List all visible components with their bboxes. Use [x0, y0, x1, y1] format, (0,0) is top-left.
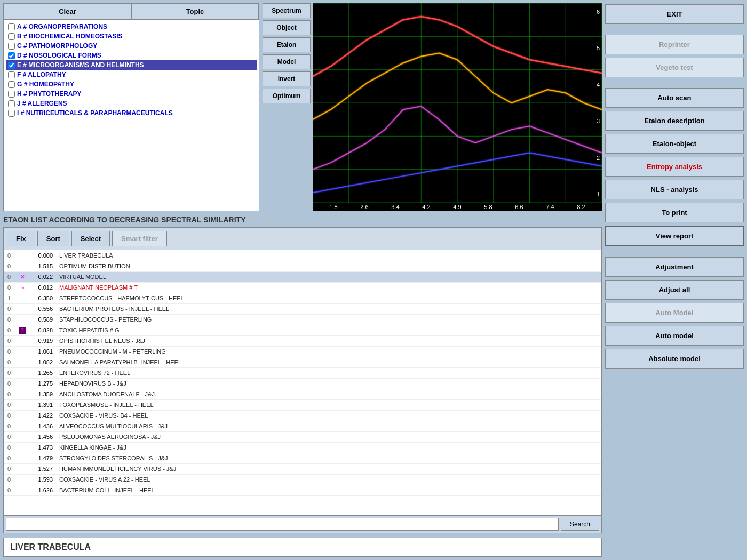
- table-row[interactable]: 01.265ENTEROVIRUS 72 - HEEL: [4, 367, 601, 378]
- topic-label-b: B # BIOCHEMICAL HOMEOSTASIS: [17, 33, 123, 40]
- topic-toolbar: Clear Topic: [4, 4, 259, 20]
- auto-model-label: Auto Model: [605, 303, 744, 323]
- table-row[interactable]: 01.593COXSACKIE - VIRUS A 22 - HEEL: [4, 474, 601, 485]
- table-row[interactable]: 01.391TOXOPLASMOSE - INJEEL - HEEL: [4, 399, 601, 410]
- etalon-object-button[interactable]: Etalon-object: [605, 134, 744, 154]
- topic-item-h[interactable]: H # PHYTOTHERAPY: [6, 89, 257, 99]
- topic-checkbox-j[interactable]: [8, 100, 15, 107]
- topic-item-f[interactable]: F # ALLOPATHY: [6, 70, 257, 79]
- table-row[interactable]: 00.000LIVER TRABECULA: [4, 250, 601, 261]
- topic-label-i: I # NUTRICEUTICALS & PARAPHARMACEUTICALS: [17, 109, 173, 117]
- table-row[interactable]: 01.479STRONGYLOIDES STERCORALIS - J&J: [4, 453, 601, 463]
- etaon-toolbar: Fix Sort Select Smart filter: [4, 228, 601, 250]
- reprinter-button[interactable]: Reprinter: [605, 35, 744, 54]
- topic-label-a: A # ORGANOPREPARATIONS: [17, 23, 107, 30]
- etaon-panel: Fix Sort Select Smart filter 00.000LIVER…: [3, 227, 602, 533]
- adjust-all-button[interactable]: Adjust all: [605, 280, 744, 300]
- spectrum-controls: Spectrum Object Etalon Model Invert Opti…: [263, 3, 311, 211]
- table-row[interactable]: 01.473KINGELLA KINGAE - J&J: [4, 442, 601, 453]
- fix-button[interactable]: Fix: [7, 231, 35, 246]
- topic-label-f: F # ALLOPATHY: [17, 71, 66, 78]
- topic-checkbox-h[interactable]: [8, 91, 15, 98]
- topic-checkbox-a[interactable]: [8, 23, 15, 30]
- table-row[interactable]: 0✕0.022VIRTUAL MODEL: [4, 271, 601, 282]
- search-button[interactable]: Search: [561, 518, 599, 531]
- topic-item-e[interactable]: E # MICROORGANISMS AND HELMINTHS: [6, 60, 257, 70]
- topic-checkbox-g[interactable]: [8, 81, 15, 88]
- topic-item-g[interactable]: G # HOMEOPATHY: [6, 79, 257, 89]
- right-sidebar: EXIT Reprinter Vegeto test Auto scan Eta…: [605, 3, 744, 557]
- topic-label-c: C # PATHOMORPHOLOGY: [17, 42, 97, 50]
- topic-checkbox-b[interactable]: [8, 33, 15, 40]
- table-row[interactable]: 00.589STAPHILOCOCCUS - PETERLING: [4, 314, 601, 325]
- table-row[interactable]: 01.527HUMAN IMMUNEDEFICIENCY VIRUS - J&J: [4, 463, 601, 474]
- topic-label-j: J # ALLERGENS: [17, 100, 67, 107]
- view-report-button[interactable]: View report: [605, 226, 744, 246]
- table-row[interactable]: 01.275HEPADNOVIRUS B - J&J: [4, 378, 601, 389]
- chart-x-labels: 1.82.63.44.24.95.86.67.48.2: [313, 203, 602, 211]
- sort-button[interactable]: Sort: [37, 231, 69, 246]
- table-row[interactable]: 01.359ANCILOSTOMA DUODENALE - J&J.: [4, 389, 601, 399]
- auto-scan-button[interactable]: Auto scan: [605, 88, 744, 108]
- etaon-section: ETAON LIST ACCORDING TO DECREASING SPECT…: [3, 214, 602, 557]
- topic-item-j[interactable]: J # ALLERGENS: [6, 99, 257, 108]
- entropy-analysis-button[interactable]: Entropy analysis: [605, 157, 744, 177]
- table-row[interactable]: 00.919OPISTHORHIS FELINEUS - J&J: [4, 335, 601, 346]
- auto-model-button[interactable]: Auto model: [605, 326, 744, 346]
- table-row[interactable]: 01.515OPTIMUM DISTRIBUTION: [4, 261, 601, 271]
- topic-checkbox-e[interactable]: [8, 62, 15, 69]
- chart-y-labels: 6 5 4 3 2 1: [597, 3, 600, 203]
- vegeto-test-button[interactable]: Vegeto test: [605, 58, 744, 77]
- table-row[interactable]: 00.556BACTERIUM PROTEUS - INJEEL - HEEL: [4, 303, 601, 314]
- topic-label-g: G # HOMEOPATHY: [17, 81, 74, 88]
- select-button[interactable]: Select: [71, 231, 110, 246]
- table-row[interactable]: 01.061PNEUMOCOCCINUM - M - PETERLING: [4, 346, 601, 357]
- spectrum-button[interactable]: Spectrum: [263, 3, 311, 18]
- topic-item-c[interactable]: C # PATHOMORPHOLOGY: [6, 41, 257, 51]
- model-button[interactable]: Model: [263, 54, 311, 69]
- clear-button[interactable]: Clear: [4, 4, 131, 19]
- table-row[interactable]: 01.626BACTERIUM COLI - INJEEL - HEEL: [4, 485, 601, 495]
- object-button[interactable]: Object: [263, 20, 311, 35]
- table-row[interactable]: 01.436ALVEOCOCCUS MULTIOCULARIS - J&J: [4, 421, 601, 431]
- table-row[interactable]: 01.456PSEUDOMONAS AERUGINOSA - J&J: [4, 431, 601, 442]
- absolute-model-button[interactable]: Absolute model: [605, 349, 744, 369]
- topic-button[interactable]: Topic: [131, 4, 259, 19]
- exit-button[interactable]: EXIT: [605, 4, 744, 24]
- topic-item-a[interactable]: A # ORGANOPREPARATIONS: [6, 22, 257, 31]
- topic-item-i[interactable]: I # NUTRICEUTICALS & PARAPHARMACEUTICALS: [6, 108, 257, 118]
- topic-item-b[interactable]: B # BIOCHEMICAL HOMEOSTASIS: [6, 31, 257, 41]
- table-row[interactable]: 0∞0.012MALIGNANT NEOPLASM # T: [4, 282, 601, 293]
- etalon-description-button[interactable]: Etalon description: [605, 111, 744, 131]
- topic-item-d[interactable]: D # NOSOLOGICAL FORMS: [6, 51, 257, 60]
- table-row[interactable]: 070.828TOXIC HEPATITIS # G: [4, 325, 601, 335]
- spectrum-area: Spectrum Object Etalon Model Invert Opti…: [263, 3, 602, 211]
- spectrum-chart-container: 6 5 4 3 2 1: [313, 3, 602, 203]
- selected-item-label: LIVER TRABECULA: [3, 538, 602, 557]
- topic-checkbox-d[interactable]: [8, 52, 15, 59]
- topic-checkbox-i[interactable]: [8, 110, 15, 117]
- smart-filter-button[interactable]: Smart filter: [112, 231, 167, 246]
- invert-button[interactable]: Invert: [263, 71, 311, 86]
- spectrum-chart: [313, 3, 602, 203]
- etalon-button[interactable]: Etalon: [263, 37, 311, 52]
- table-row[interactable]: 01.082SALMONELLA PARATYPHI B -INJEEL - H…: [4, 357, 601, 367]
- etaon-list[interactable]: 00.000LIVER TRABECULA01.515OPTIMUM DISTR…: [4, 250, 601, 515]
- topic-checkbox-f[interactable]: [8, 71, 15, 78]
- topic-panel: Clear Topic A # ORGANOPREPARATIONSB # BI…: [3, 3, 259, 211]
- adjustment-button[interactable]: Adjustment: [605, 257, 744, 277]
- topic-list: A # ORGANOPREPARATIONSB # BIOCHEMICAL HO…: [4, 20, 259, 211]
- etaon-table: 00.000LIVER TRABECULA01.515OPTIMUM DISTR…: [4, 250, 601, 496]
- search-bar: Search: [4, 515, 601, 533]
- search-input[interactable]: [6, 518, 559, 531]
- topic-checkbox-c[interactable]: [8, 43, 15, 50]
- nls-analysis-button[interactable]: NLS - analysis: [605, 180, 744, 199]
- topic-label-d: D # NOSOLOGICAL FORMS: [17, 52, 101, 59]
- table-row[interactable]: 01.422COXSACKIE - VIRUS- B4 - HEEL: [4, 410, 601, 421]
- table-row[interactable]: 10.350STREPTOCOCCUS - HAEMOLYTICUS - HEE…: [4, 293, 601, 303]
- topic-label-h: H # PHYTOTHERAPY: [17, 90, 81, 98]
- to-print-button[interactable]: To print: [605, 203, 744, 222]
- etaon-title: ETAON LIST ACCORDING TO DECREASING SPECT…: [3, 214, 602, 225]
- optimum-button[interactable]: Optimum: [263, 89, 311, 103]
- topic-label-e: E # MICROORGANISMS AND HELMINTHS: [17, 61, 144, 69]
